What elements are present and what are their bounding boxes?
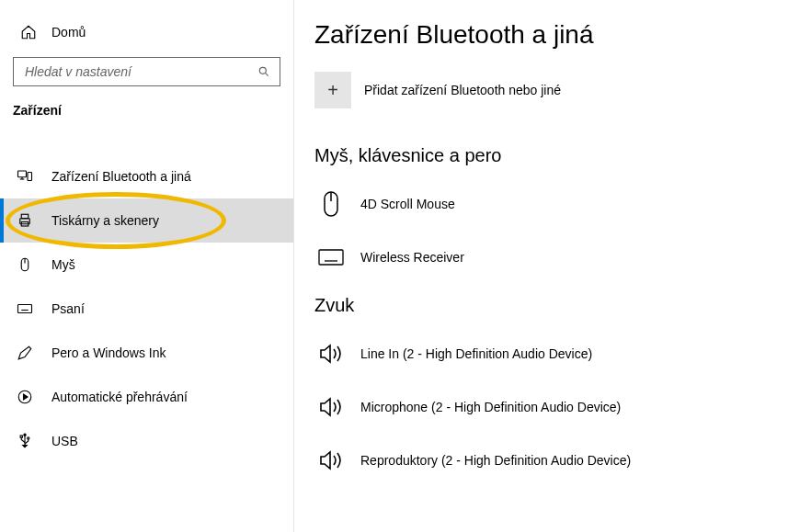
add-device-button[interactable]: + Přidat zařízení Bluetooth nebo jiné <box>314 72 770 108</box>
sidebar-item-mouse[interactable]: Myš <box>0 243 293 287</box>
add-device-label: Přidat zařízení Bluetooth nebo jiné <box>364 83 561 97</box>
device-label: Reproduktory (2 - High Definition Audio … <box>360 453 631 468</box>
svg-rect-7 <box>21 214 29 219</box>
svg-marker-39 <box>321 399 330 415</box>
search-container <box>0 57 293 103</box>
sidebar-item-label: Automatické přehrávání <box>51 390 188 404</box>
device-label: 4D Scroll Mouse <box>360 197 455 211</box>
svg-rect-2 <box>18 171 27 177</box>
sidebar-item-label: Psaní <box>51 301 85 316</box>
sidebar-item-typing[interactable]: Psaní <box>0 287 293 331</box>
plus-icon: + <box>314 72 351 108</box>
device-label: Wireless Receiver <box>360 250 464 265</box>
pen-icon <box>17 345 33 361</box>
keyboard-icon <box>318 244 344 270</box>
sidebar-item-label: Myš <box>51 257 75 272</box>
mouse-icon <box>318 191 344 217</box>
page-title: Zařízení Bluetooth a jiná <box>314 20 770 50</box>
svg-marker-18 <box>24 394 29 400</box>
svg-rect-26 <box>319 250 343 265</box>
svg-line-1 <box>265 73 268 75</box>
svg-point-20 <box>24 434 26 436</box>
search-box[interactable] <box>13 57 280 86</box>
svg-marker-40 <box>321 452 330 469</box>
svg-marker-23 <box>23 446 28 447</box>
mouse-icon <box>17 256 33 273</box>
svg-rect-21 <box>20 436 22 437</box>
sidebar-item-usb[interactable]: USB <box>0 419 293 463</box>
sidebar-item-printers[interactable]: Tiskárny a skenery <box>0 198 293 243</box>
sidebar-item-label: USB <box>51 434 78 448</box>
device-label: Line In (2 - High Definition Audio Devic… <box>360 346 592 361</box>
device-item-linein[interactable]: Line In (2 - High Definition Audio Devic… <box>314 327 770 380</box>
device-item-speakers[interactable]: Reproduktory (2 - High Definition Audio … <box>314 434 770 487</box>
sidebar-item-label: Tiskárny a skenery <box>51 213 159 228</box>
svg-point-22 <box>28 437 29 439</box>
svg-point-0 <box>259 67 266 74</box>
main-content: Zařízení Bluetooth a jiná + Přidat zaříz… <box>294 0 788 532</box>
speaker-icon <box>318 341 344 367</box>
printer-icon <box>17 212 33 229</box>
category-title: Zařízení <box>0 103 293 127</box>
sidebar: Domů Zařízení <box>0 0 294 532</box>
sidebar-item-autoplay[interactable]: Automatické přehrávání <box>0 375 293 419</box>
device-item-mouse[interactable]: 4D Scroll Mouse <box>314 177 770 231</box>
sidebar-item-pen[interactable]: Pero a Windows Ink <box>0 331 293 375</box>
device-item-microphone[interactable]: Microphone (2 - High Definition Audio De… <box>314 380 770 434</box>
speaker-icon <box>318 447 344 473</box>
keyboard-icon <box>17 300 33 317</box>
sidebar-item-bluetooth[interactable]: Zařízení Bluetooth a jiná <box>0 154 293 198</box>
sidebar-nav: Zařízení Bluetooth a jiná Tiskárny a ske… <box>0 154 293 463</box>
sidebar-item-label: Zařízení Bluetooth a jiná <box>51 169 191 184</box>
search-icon <box>257 65 270 78</box>
search-input[interactable] <box>23 63 257 80</box>
autoplay-icon <box>17 389 33 405</box>
svg-rect-5 <box>28 173 32 181</box>
sidebar-item-label: Pero a Windows Ink <box>51 345 166 360</box>
svg-marker-38 <box>321 345 330 362</box>
section-title-mkp: Myš, klávesnice a pero <box>314 145 770 166</box>
settings-window: Domů Zařízení <box>0 0 788 532</box>
home-label: Domů <box>51 25 86 40</box>
usb-icon <box>17 433 33 449</box>
speaker-icon <box>318 394 344 420</box>
device-item-receiver[interactable]: Wireless Receiver <box>314 231 770 284</box>
home-button[interactable]: Domů <box>0 0 293 57</box>
device-label: Microphone (2 - High Definition Audio De… <box>360 400 621 414</box>
home-icon <box>20 24 37 40</box>
svg-rect-11 <box>18 305 32 313</box>
devices-icon <box>17 168 33 185</box>
section-title-audio: Zvuk <box>314 295 770 316</box>
